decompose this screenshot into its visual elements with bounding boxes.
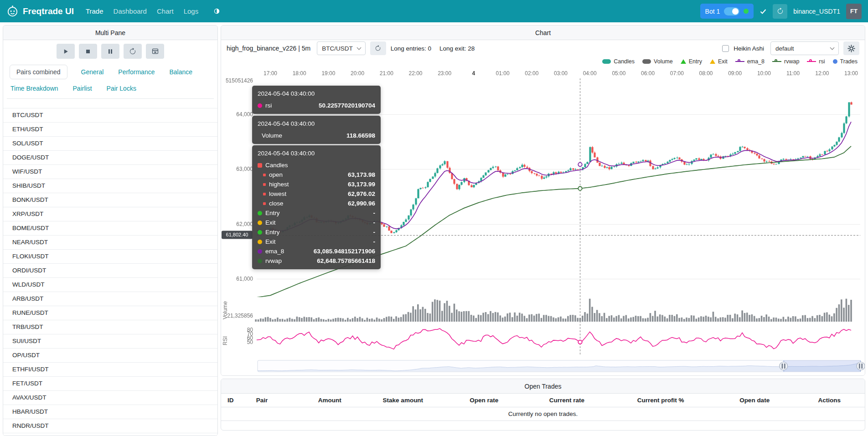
column-header-amount[interactable]: Amount (298, 394, 362, 407)
tooltip-row: Entry- (258, 208, 375, 218)
tooltip-label: close (269, 200, 284, 207)
legend-item-entry[interactable]: Entry (681, 58, 702, 65)
plot-config-select[interactable]: default (770, 41, 839, 55)
legend-label: rvwap (784, 58, 799, 65)
open-trades-table-header: IDPairAmountStake amountOpen rateCurrent… (221, 394, 865, 407)
entry-swatch-icon (681, 59, 686, 64)
pair-row[interactable]: ETHFI/USDT (3, 363, 217, 377)
long-entries-count: Long entries: 0 (391, 45, 431, 52)
chevron-down-icon (356, 46, 361, 50)
pair-row[interactable]: XRP/USDT (3, 207, 217, 221)
tab-general[interactable]: General (80, 65, 105, 79)
legend-item-candles[interactable]: Candles (602, 58, 635, 65)
refresh-chart-button[interactable] (370, 41, 386, 55)
tab-pairlist[interactable]: Pairlist (72, 82, 93, 95)
pair-row[interactable]: BONK/USDT (3, 193, 217, 207)
avatar[interactable]: FT (846, 4, 862, 19)
open-trades-title: Open Trades (525, 383, 562, 390)
legend-item-trades[interactable]: Trades (833, 58, 858, 65)
column-header-current-profit-[interactable]: Current profit % (610, 394, 712, 407)
pair-row[interactable]: OP/USDT (3, 349, 217, 363)
reload-config-button[interactable] (124, 44, 142, 59)
tooltip-row: Exit- (258, 237, 375, 246)
pair-row[interactable]: RUNE/USDT (3, 306, 217, 320)
pair-row[interactable]: ETH/USDT (3, 123, 217, 137)
pair-row[interactable]: AVAX/USDT (3, 391, 217, 405)
tooltip-marker-exit-icon (258, 221, 262, 225)
nav-item-chart[interactable]: Chart (152, 4, 178, 19)
legend-item-exit[interactable]: Exit (710, 58, 728, 65)
pause-button[interactable] (101, 44, 119, 59)
pair-row[interactable]: AR/USDT (3, 433, 217, 436)
tooltip-value: - (373, 229, 376, 236)
nav-item-dashboard[interactable]: Dashboard (109, 4, 151, 19)
pair-row[interactable]: FLOKI/USDT (3, 250, 217, 264)
pair-row[interactable]: ORDI/USDT (3, 264, 217, 278)
chevron-down-icon (830, 46, 835, 50)
multi-pane-title: Multi Pane (95, 29, 125, 36)
pair-row[interactable]: BTC/USDT (3, 108, 217, 123)
pair-row[interactable]: RNDR/USDT (3, 419, 217, 433)
long-exit-count: Long exit: 28 (439, 45, 475, 52)
tooltip-value: - (373, 219, 376, 226)
bot-toggle[interactable] (724, 7, 739, 15)
pair-row[interactable]: ARB/USDT (3, 292, 217, 306)
pair-select[interactable]: BTC/USDT (317, 41, 366, 55)
pair-row[interactable]: WLD/USDT (3, 278, 217, 292)
pair-row[interactable]: NEAR/USDT (3, 236, 217, 250)
bot-selector[interactable]: Bot 1 (700, 4, 754, 19)
candles-swatch-icon (602, 59, 611, 64)
pair-row[interactable]: SUI/USDT (3, 334, 217, 349)
stop-button[interactable] (79, 44, 97, 59)
exit-swatch-icon (710, 59, 715, 64)
brand[interactable]: Freqtrade UI (6, 5, 74, 17)
legend-item-volume[interactable]: Volume (642, 58, 673, 65)
reload-bot-button[interactable] (773, 4, 787, 19)
column-header-actions[interactable]: Actions (797, 394, 861, 407)
legend-item-rsi[interactable]: rsi (807, 58, 825, 65)
pair-row[interactable]: SHIB/USDT (3, 179, 217, 193)
tooltip-value: - (373, 238, 376, 245)
tooltip-label: rsi (265, 102, 272, 109)
tooltip-label: Volume (262, 132, 282, 139)
theme-toggle-icon[interactable] (210, 5, 223, 17)
tooltip-marker-candles-icon (258, 163, 262, 168)
nav-item-trade[interactable]: Trade (81, 4, 108, 19)
tab-pair-locks[interactable]: Pair Locks (106, 82, 137, 95)
column-header-current-rate[interactable]: Current rate (524, 394, 610, 407)
rsi-swatch-icon (807, 59, 816, 64)
pair-row[interactable]: DOGE/USDT (3, 151, 217, 165)
pair-row[interactable]: SOL/USDT (3, 137, 217, 151)
chart-tooltip-0: 2024-05-04 03:40:00rsi50.22577020190704 (252, 86, 381, 114)
pair-row[interactable]: BOME/USDT (3, 221, 217, 236)
tab-performance[interactable]: Performance (117, 65, 155, 79)
forget-trades-button[interactable] (146, 44, 164, 59)
tooltip-value: 62,990.96 (348, 200, 375, 207)
column-header-open-date[interactable]: Open date (712, 394, 797, 407)
tooltip-label: rvwap (265, 257, 282, 264)
heikin-ashi-checkbox[interactable] (722, 45, 729, 52)
legend-item-rvwap[interactable]: rvwap (772, 58, 799, 65)
tab-time-breakdown[interactable]: Time Breakdown (10, 82, 59, 95)
tooltip-value: 62,976.02 (348, 190, 375, 197)
tooltip-marker-exit-icon (258, 240, 262, 244)
chart-panel: Chart high_frog_binance_v226 | 5m BTC/US… (221, 25, 865, 376)
tab-pairs-combined[interactable]: Pairs combined (10, 65, 67, 79)
play-button[interactable] (57, 44, 75, 59)
bot-controls (3, 44, 217, 59)
nav-item-logs[interactable]: Logs (179, 4, 203, 19)
column-header-id[interactable]: ID (225, 394, 253, 407)
plot-settings-button[interactable] (843, 41, 859, 55)
legend-item-ema_8[interactable]: ema_8 (735, 58, 765, 65)
column-header-stake-amount[interactable]: Stake amount (362, 394, 444, 407)
column-header-open-rate[interactable]: Open rate (444, 394, 524, 407)
pair-row[interactable]: TRB/USDT (3, 320, 217, 334)
tooltip-label: Exit (265, 219, 276, 226)
pair-row[interactable]: FET/USDT (3, 377, 217, 391)
pair-row[interactable]: WIF/USDT (3, 165, 217, 179)
pair-row[interactable]: HBAR/USDT (3, 405, 217, 419)
tooltip-marker-ema-icon (258, 249, 262, 254)
column-header-pair[interactable]: Pair (253, 394, 298, 407)
tab-balance[interactable]: Balance (168, 65, 193, 79)
chart-toolbar: high_frog_binance_v226 | 5m BTC/USDT Lon… (227, 41, 859, 56)
